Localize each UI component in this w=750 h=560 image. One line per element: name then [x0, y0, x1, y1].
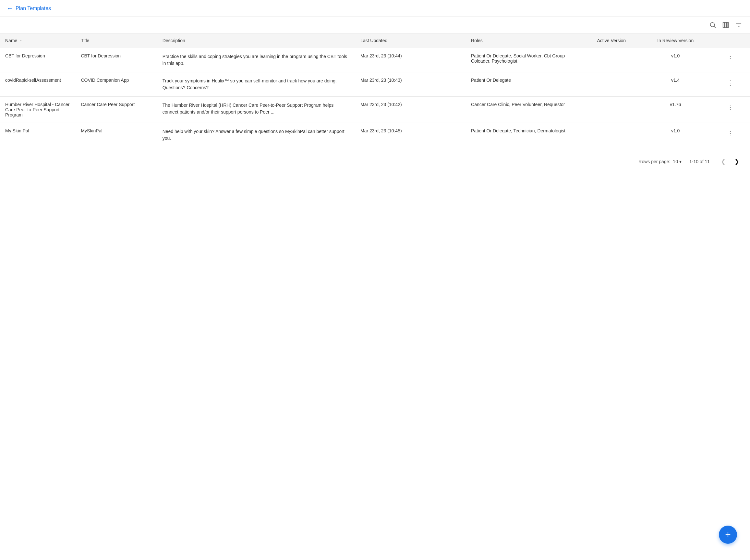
cell-description: The Humber River Hospital (HRH) Cancer C… [157, 97, 355, 123]
col-header-last-updated: Last Updated [355, 34, 466, 48]
cell-description: Practice the skills and coping strategie… [157, 48, 355, 72]
cell-actions: ⋮ [710, 97, 750, 123]
cell-last-updated: Mar 23rd, 23 (10:42) [355, 97, 466, 123]
table-row: Humber River Hospital - Cancer Care Peer… [0, 97, 750, 123]
cell-actions: ⋮ [710, 123, 750, 147]
cell-name: CBT for Depression [0, 48, 76, 72]
pagination-controls: ❮ ❯ [717, 156, 742, 167]
back-button[interactable]: ← Plan Templates [6, 4, 51, 12]
cell-last-updated: Mar 23rd, 23 (10:45) [355, 123, 466, 147]
cell-in-review-version: v1.4 [640, 72, 710, 97]
rows-per-page-dropdown-icon: ▾ [679, 159, 682, 164]
svg-rect-2 [723, 22, 725, 28]
columns-icon[interactable] [722, 21, 729, 28]
cell-active-version [582, 123, 640, 147]
table-row: covidRapid-selfAssessment COVID Companio… [0, 72, 750, 97]
next-icon: ❯ [734, 158, 739, 165]
col-header-in-review-version: In Review Version [640, 34, 710, 48]
row-actions-menu-button[interactable]: ⋮ [716, 78, 745, 88]
cell-actions: ⋮ [710, 72, 750, 97]
col-header-name[interactable]: Name ↑ [0, 34, 76, 48]
cell-in-review-version: v1.0 [640, 123, 710, 147]
footer: Rows per page: 10 ▾ 1-10 of 11 ❮ ❯ [0, 150, 750, 173]
svg-rect-4 [727, 22, 729, 28]
row-actions-menu-button[interactable]: ⋮ [716, 102, 745, 112]
header-bar: ← Plan Templates [0, 0, 750, 17]
cell-name: My Skin Pal [0, 123, 76, 147]
page-info: 1-10 of 11 [689, 159, 710, 164]
rows-per-page-label: Rows per page: [638, 159, 670, 164]
table-row: My Skin Pal MySkinPal Need help with you… [0, 123, 750, 147]
cell-title: CBT for Depression [76, 48, 157, 72]
cell-roles: Patient Or Delegate, Technician, Dermato… [466, 123, 582, 147]
cell-in-review-version: v1.0 [640, 48, 710, 72]
rows-per-page-select[interactable]: 10 ▾ [673, 159, 682, 164]
cell-title: Cancer Care Peer Support [76, 97, 157, 123]
col-header-actions [710, 34, 750, 48]
search-icon[interactable] [709, 21, 716, 28]
cell-name: covidRapid-selfAssessment [0, 72, 76, 97]
cell-actions: ⋮ [710, 48, 750, 72]
svg-point-0 [710, 23, 715, 27]
cell-last-updated: Mar 23rd, 23 (10:43) [355, 72, 466, 97]
col-header-description: Description [157, 34, 355, 48]
rows-per-page-value: 10 [673, 159, 678, 164]
table-container: Name ↑ Title Description Last Updated Ro… [0, 33, 750, 147]
plan-templates-table: Name ↑ Title Description Last Updated Ro… [0, 33, 750, 147]
cell-description: Need help with your skin? Answer a few s… [157, 123, 355, 147]
table-row: CBT for Depression CBT for Depression Pr… [0, 48, 750, 72]
filter-icon[interactable] [735, 21, 742, 28]
table-header-row: Name ↑ Title Description Last Updated Ro… [0, 34, 750, 48]
col-header-title: Title [76, 34, 157, 48]
back-arrow-icon: ← [6, 4, 13, 12]
svg-line-1 [714, 26, 715, 27]
cell-title: MySkinPal [76, 123, 157, 147]
cell-active-version [582, 72, 640, 97]
rows-per-page-control: Rows per page: 10 ▾ [638, 159, 682, 164]
cell-roles: Patient Or Delegate, Social Worker, Cbt … [466, 48, 582, 72]
prev-page-button[interactable]: ❮ [717, 156, 729, 167]
col-header-active-version: Active Version [582, 34, 640, 48]
cell-active-version [582, 48, 640, 72]
next-page-button[interactable]: ❯ [731, 156, 742, 167]
cell-description: Track your symptoms in Healix™ so you ca… [157, 72, 355, 97]
cell-in-review-version: v1.76 [640, 97, 710, 123]
row-actions-menu-button[interactable]: ⋮ [716, 128, 745, 139]
cell-roles: Patient Or Delegate [466, 72, 582, 97]
toolbar [0, 17, 750, 33]
col-header-roles: Roles [466, 34, 582, 48]
prev-icon: ❮ [721, 158, 726, 165]
sort-arrow-icon: ↑ [20, 39, 22, 43]
cell-name: Humber River Hospital - Cancer Care Peer… [0, 97, 76, 123]
row-actions-menu-button[interactable]: ⋮ [716, 53, 745, 64]
svg-rect-3 [725, 22, 727, 28]
cell-active-version [582, 97, 640, 123]
cell-title: COVID Companion App [76, 72, 157, 97]
cell-roles: Cancer Care Clinic, Peer Volunteer, Requ… [466, 97, 582, 123]
cell-last-updated: Mar 23rd, 23 (10:44) [355, 48, 466, 72]
page-title: Plan Templates [16, 5, 51, 11]
